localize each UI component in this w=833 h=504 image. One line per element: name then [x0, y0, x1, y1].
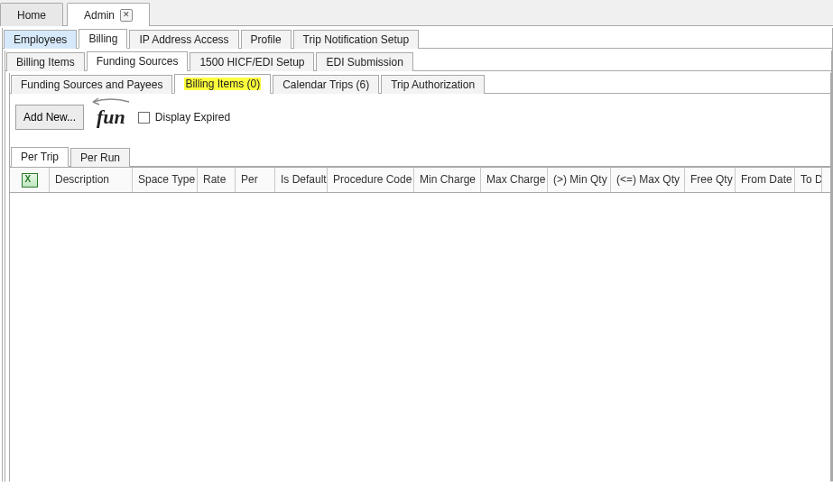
billing-items-toolbar: Add New... fun Display Expired	[10, 94, 830, 146]
tab-trip-auth-label: Trip Authorization	[391, 78, 475, 91]
col-free-qty-label: Free Qty	[690, 173, 733, 186]
col-free-qty[interactable]: Free Qty	[685, 168, 736, 192]
tab-edi-label: EDI Submission	[326, 56, 403, 69]
col-min-charge[interactable]: Min Charge	[414, 168, 481, 192]
col-description[interactable]: Description	[50, 168, 133, 192]
tab-funding-sources[interactable]: Funding Sources	[87, 51, 189, 71]
col-per-label: Per	[241, 173, 258, 186]
col-to-date-label: To D	[801, 173, 822, 186]
tab-employees[interactable]: Employees	[4, 30, 77, 49]
tab-billing-items-count-label: Billing Items (0)	[184, 78, 261, 90]
close-icon[interactable]: ✕	[120, 9, 133, 22]
col-per[interactable]: Per	[236, 168, 275, 192]
tab-calendar-trips[interactable]: Calendar Trips (6)	[273, 75, 379, 94]
col-space-type[interactable]: Space Type	[133, 168, 198, 192]
col-rate-label: Rate	[203, 173, 226, 186]
tab-per-trip[interactable]: Per Trip	[11, 147, 69, 167]
tab-billing-items-label: Billing Items	[16, 56, 75, 69]
tab-ip-address-access[interactable]: IP Address Access	[129, 30, 238, 49]
tab-employees-label: Employees	[14, 33, 67, 46]
tab-calendar-trips-label: Calendar Trips (6)	[282, 78, 369, 91]
col-min-charge-label: Min Charge	[420, 173, 476, 186]
window-tab-home-label: Home	[17, 9, 46, 22]
col-description-label: Description	[55, 173, 109, 186]
window-tab-admin[interactable]: Admin ✕	[67, 3, 150, 26]
display-expired-checkbox[interactable]: Display Expired	[138, 111, 230, 124]
col-to-date[interactable]: To D	[795, 168, 822, 192]
col-is-default-label: Is Default	[281, 173, 327, 186]
per-tab-bar: Per Trip Per Run	[10, 146, 830, 167]
tab-profile-label: Profile	[251, 33, 282, 46]
col-max-qty-label: (<=) Max Qty	[616, 173, 680, 186]
col-space-type-label: Space Type	[138, 173, 195, 186]
col-procedure-code-label: Procedure Code	[333, 173, 412, 186]
tab-per-trip-label: Per Trip	[21, 151, 59, 163]
tab-trip-notif-label: Trip Notification Setup	[303, 33, 410, 46]
tab-1500-hicf-edi[interactable]: 1500 HICF/EDI Setup	[190, 52, 314, 71]
add-new-button[interactable]: Add New...	[15, 105, 84, 130]
admin-page: Employees Billing IP Address Access Prof…	[2, 28, 833, 481]
tab-trip-notification-setup[interactable]: Trip Notification Setup	[293, 30, 420, 49]
grid-header-row: Description Space Type Rate Per Is Defau…	[10, 168, 830, 193]
window-tab-home[interactable]: Home	[0, 3, 63, 26]
col-rate[interactable]: Rate	[198, 168, 236, 192]
window-tab-admin-label: Admin	[84, 9, 115, 22]
grid-body-empty	[10, 193, 830, 481]
window-tab-bar: Home Admin ✕	[0, 0, 833, 26]
col-min-qty[interactable]: (>) Min Qty	[548, 168, 611, 192]
tab-per-run[interactable]: Per Run	[70, 148, 130, 167]
add-new-label: Add New...	[23, 111, 76, 124]
tab-billing-items[interactable]: Billing Items	[6, 52, 85, 71]
tab-billing-items-count[interactable]: Billing Items (0)	[174, 74, 271, 94]
tab-fsp-label: Funding Sources and Payees	[21, 78, 162, 91]
tab-edi-submission[interactable]: EDI Submission	[316, 52, 412, 71]
billing-panel: Billing Items Funding Sources 1500 HICF/…	[5, 50, 832, 481]
billing-items-grid: Description Space Type Rate Per Is Defau…	[10, 167, 830, 481]
tab-billing-label: Billing	[88, 32, 117, 45]
tab-funding-sources-and-payees[interactable]: Funding Sources and Payees	[11, 75, 172, 94]
col-min-qty-label: (>) Min Qty	[553, 173, 607, 186]
checkbox-box-icon	[138, 112, 150, 124]
excel-icon	[22, 173, 38, 188]
funding-sources-panel: Funding Sources and Payees Billing Items…	[9, 73, 831, 481]
tab-trip-authorization[interactable]: Trip Authorization	[381, 75, 485, 94]
tab-funding-sources-label: Funding Sources	[97, 55, 179, 68]
main-tab-bar: Employees Billing IP Address Access Prof…	[3, 28, 832, 49]
tab-billing[interactable]: Billing	[79, 29, 127, 49]
tab-per-run-label: Per Run	[80, 151, 120, 164]
funding-tab-bar: Funding Sources and Payees Billing Items…	[10, 73, 830, 94]
col-max-qty[interactable]: (<=) Max Qty	[611, 168, 685, 192]
col-max-charge[interactable]: Max Charge	[481, 168, 548, 192]
col-procedure-code[interactable]: Procedure Code	[328, 168, 414, 192]
col-from-date[interactable]: From Date	[736, 168, 795, 192]
col-is-default[interactable]: Is Default	[275, 168, 328, 192]
col-from-date-label: From Date	[741, 173, 792, 186]
tab-ip-label: IP Address Access	[139, 33, 228, 46]
display-expired-label: Display Expired	[155, 111, 230, 124]
billing-tab-bar: Billing Items Funding Sources 1500 HICF/…	[5, 50, 831, 71]
tab-hicf-label: 1500 HICF/EDI Setup	[199, 56, 304, 69]
col-max-charge-label: Max Charge	[486, 173, 545, 186]
export-excel-button[interactable]	[10, 168, 50, 192]
tab-profile[interactable]: Profile	[241, 30, 292, 49]
arrow-annotation-icon	[86, 94, 131, 110]
